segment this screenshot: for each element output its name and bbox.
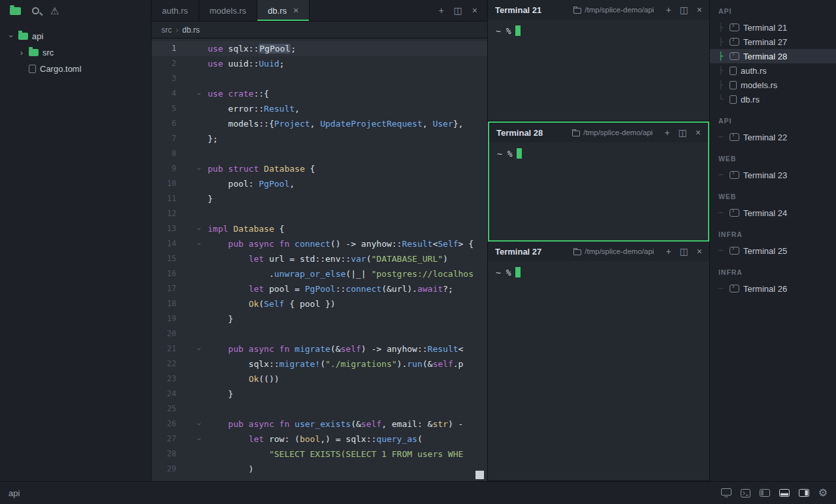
terminal-body[interactable]: ~ % xyxy=(489,142,708,240)
session-item-terminal-25[interactable]: ─Terminal 25 xyxy=(710,244,836,258)
code-line[interactable]: 11} xyxy=(152,191,487,206)
fold-chevron-down-icon[interactable]: › xyxy=(191,437,206,441)
code-line[interactable]: 15 let url = std::env::var("DATABASE_URL… xyxy=(152,251,487,266)
code-line[interactable]: 18 Ok(Self { pool }) xyxy=(152,296,487,311)
code-line[interactable]: 12 xyxy=(152,206,487,221)
code-line[interactable]: 5 error::Result, xyxy=(152,101,487,116)
dock-left-icon[interactable] xyxy=(760,489,770,497)
code-line[interactable]: 9›pub struct Database { xyxy=(152,161,487,176)
terminal-close-icon[interactable]: × xyxy=(697,5,702,14)
code-line[interactable]: 16 .unwrap_or_else(|_| "postgres://local… xyxy=(152,266,487,281)
code-line[interactable]: 28 "SELECT EXISTS(SELECT 1 FROM users WH… xyxy=(152,447,487,462)
code-line[interactable]: 19 } xyxy=(152,311,487,326)
tabbar-close-icon[interactable]: × xyxy=(472,6,477,15)
chevron-down-icon[interactable]: › xyxy=(7,33,16,40)
file-tree-label: src xyxy=(42,48,54,57)
terminal-close-icon[interactable]: × xyxy=(696,128,701,137)
code-line[interactable]: 22 sqlx::migrate!("./migrations").run(&s… xyxy=(152,356,487,371)
tab-auth.rs[interactable]: auth.rs xyxy=(152,0,199,21)
terminal-plus-icon[interactable]: + xyxy=(664,128,669,137)
terminal-body[interactable]: ~ % xyxy=(488,261,709,480)
close-icon[interactable]: × xyxy=(293,6,298,15)
tree-connector: ├ xyxy=(718,35,726,49)
fold-chevron-down-icon[interactable]: › xyxy=(191,166,206,171)
code-line[interactable]: 14› pub async fn connect() -> anyhow::Re… xyxy=(152,236,487,251)
breadcrumb-segment[interactable]: src xyxy=(161,25,172,35)
code-line[interactable]: 23 Ok(()) xyxy=(152,371,487,386)
code-text xyxy=(208,206,487,221)
session-item-terminal-23[interactable]: ─Terminal 23 xyxy=(710,168,836,182)
breadcrumb[interactable]: src › db.rs xyxy=(152,22,487,39)
terminal-panel-icon[interactable] xyxy=(741,489,750,497)
terminal-plus-icon[interactable]: + xyxy=(666,5,671,14)
code-line[interactable]: 10 pool: PgPool, xyxy=(152,176,487,191)
session-item-terminal-26[interactable]: ─Terminal 26 xyxy=(710,281,836,296)
file-tree-item-api[interactable]: ›api xyxy=(0,28,151,44)
tab-models.rs[interactable]: models.rs xyxy=(199,0,257,21)
terminal-body[interactable]: ~ % xyxy=(488,20,709,121)
fold-chevron-down-icon[interactable]: › xyxy=(191,347,206,351)
search-icon[interactable] xyxy=(32,7,39,14)
code-line[interactable]: 25 xyxy=(152,402,487,417)
dock-bottom-icon[interactable] xyxy=(779,489,790,497)
code-line[interactable]: 17 let pool = PgPool::connect(&url).awai… xyxy=(152,281,487,296)
code-line[interactable]: 24 } xyxy=(152,386,487,402)
terminal-split-icon[interactable]: ◫ xyxy=(680,247,688,256)
chevron-right-icon[interactable]: › xyxy=(18,48,25,57)
code-line[interactable]: 27› let row: (bool,) = sqlx::query_as( xyxy=(152,432,487,447)
settings-gear-icon[interactable]: ⚙ xyxy=(818,488,828,498)
terminal-panel-terminal-28[interactable]: Terminal 28/tmp/splice-demo/api+◫×~ % xyxy=(488,121,709,242)
file-icon xyxy=(29,65,36,73)
terminal-split-icon[interactable]: ◫ xyxy=(679,128,687,137)
code-line[interactable]: 20 xyxy=(152,326,487,341)
code-line[interactable]: 21› pub async fn migrate(&self) -> anyho… xyxy=(152,341,487,356)
file-tree-item-src[interactable]: ›src xyxy=(0,44,151,61)
diagnostics-warning-icon[interactable]: ⚠ xyxy=(50,6,59,16)
session-file-auth.rs[interactable]: ├auth.rs xyxy=(710,63,836,78)
fold-chevron-down-icon[interactable]: › xyxy=(191,242,206,246)
code-line[interactable]: 4›use crate::{ xyxy=(152,86,487,101)
fold-column xyxy=(176,311,208,326)
code-line[interactable]: 7}; xyxy=(152,131,487,146)
terminal-panel-terminal-21[interactable]: Terminal 21/tmp/splice-demo/api+◫×~ % xyxy=(488,0,709,121)
code-line[interactable]: 3 xyxy=(152,71,487,86)
fold-chevron-down-icon[interactable]: › xyxy=(191,91,206,96)
session-item-label: Terminal 23 xyxy=(743,170,787,180)
code-line[interactable]: 8 xyxy=(152,146,487,161)
horizontal-scrollbar-thumb[interactable] xyxy=(475,471,484,479)
terminal-panel-terminal-27[interactable]: Terminal 27/tmp/splice-demo/api+◫×~ % xyxy=(488,242,709,481)
tabbar-split-icon[interactable]: ◫ xyxy=(454,6,462,15)
code-text: .unwrap_or_else(|_| "postgres://localhos xyxy=(208,266,487,281)
fold-chevron-down-icon[interactable]: › xyxy=(191,227,206,231)
code-line[interactable]: 29 ) xyxy=(152,462,487,477)
fold-column xyxy=(176,191,208,206)
session-item-terminal-21[interactable]: ├Terminal 21 xyxy=(710,20,836,35)
session-item-terminal-28[interactable]: ├Terminal 28 xyxy=(710,49,836,63)
terminal-close-icon[interactable]: × xyxy=(697,247,702,256)
code-text: let row: (bool,) = sqlx::query_as( xyxy=(208,432,487,447)
tab-db.rs[interactable]: db.rs× xyxy=(257,0,310,21)
code-line[interactable]: 1use sqlx::PgPool; xyxy=(152,41,487,56)
file-tree-item-cargo.toml[interactable]: Cargo.toml xyxy=(0,61,151,77)
terminal-plus-icon[interactable]: + xyxy=(666,247,671,256)
session-file-db.rs[interactable]: └db.rs xyxy=(710,92,836,106)
status-bar: api ⚙ xyxy=(0,481,836,504)
session-item-terminal-27[interactable]: ├Terminal 27 xyxy=(710,35,836,49)
session-item-terminal-24[interactable]: ─Terminal 24 xyxy=(710,206,836,220)
terminal-split-icon[interactable]: ◫ xyxy=(680,5,688,14)
code-line[interactable]: 13›impl Database { xyxy=(152,221,487,236)
screen-share-icon[interactable] xyxy=(721,488,732,497)
code-editor[interactable]: 1use sqlx::PgPool;2use uuid::Uuid;34›use… xyxy=(152,39,487,481)
session-file-models.rs[interactable]: ├models.rs xyxy=(710,78,836,92)
terminal-icon xyxy=(730,52,739,60)
code-line[interactable]: 26› pub async fn user_exists(&self, emai… xyxy=(152,417,487,432)
terminal-icon xyxy=(730,133,739,141)
fold-chevron-down-icon[interactable]: › xyxy=(191,422,206,426)
dock-right-icon[interactable] xyxy=(799,489,809,497)
session-item-terminal-22[interactable]: ─Terminal 22 xyxy=(710,130,836,144)
breadcrumb-segment-current[interactable]: db.rs xyxy=(182,25,200,35)
project-folder-icon[interactable] xyxy=(10,7,21,15)
tabbar-plus-icon[interactable]: + xyxy=(438,6,443,15)
code-line[interactable]: 2use uuid::Uuid; xyxy=(152,56,487,71)
code-line[interactable]: 6 models::{Project, UpdateProjectRequest… xyxy=(152,116,487,131)
